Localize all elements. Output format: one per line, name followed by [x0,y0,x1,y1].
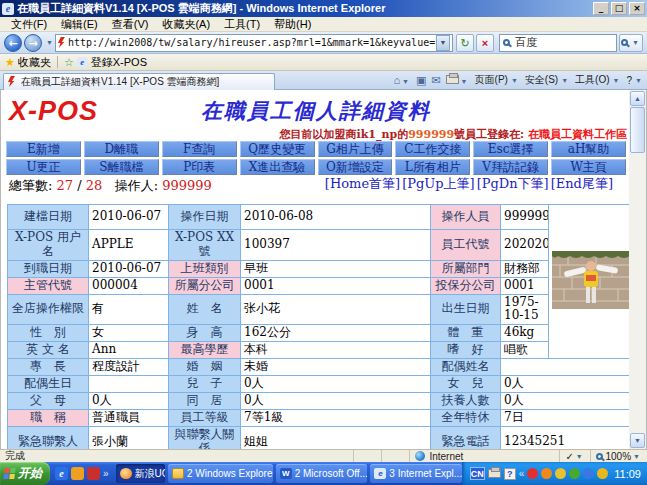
printer-tray-icon[interactable] [488,469,501,478]
field-label: 配偶姓名 [431,359,501,376]
ie-quicklaunch-icon[interactable]: e [55,467,68,480]
record-nav-link[interactable]: [PgDn下筆] [477,176,549,191]
action-button[interactable]: U更正 [6,159,81,175]
action-button[interactable]: D離職 [84,141,159,157]
action-button[interactable]: S離職檔 [84,159,159,175]
action-button[interactable]: F查詢 [162,141,237,157]
field-label: 員工等級 [169,410,241,427]
qq-quicklaunch-icon[interactable] [71,467,84,480]
command-menu[interactable]: ?▼ [627,75,645,86]
menu-item[interactable]: 帮助(H) [267,17,318,32]
scrollbar-thumb[interactable] [630,107,645,153]
navigation-bar: ← → ▼ http://win2008/tw/salary/hireuser.… [0,32,647,54]
add-favorite-icon[interactable]: ☆ [64,56,74,69]
shield-icon[interactable] [597,468,608,479]
read-mail-icon[interactable]: ✉ [431,74,440,87]
search-go-button[interactable]: ▼ [619,34,643,52]
forward-button[interactable]: → [24,34,42,52]
flower-icon[interactable] [555,468,566,479]
overflow-chevron[interactable]: » [103,468,109,479]
scroll-up-icon[interactable]: ▲ [630,91,645,106]
scroll-down-icon[interactable]: ▼ [630,433,645,448]
language-indicator[interactable]: CN [470,467,485,480]
field-value: 999999 [501,205,549,230]
search-dropdown-icon[interactable]: ▼ [632,39,639,46]
field-label: 性 別 [8,325,89,342]
action-button[interactable]: Esc選擇 [473,141,548,157]
field-label: 主管代號 [8,277,89,294]
refresh-button[interactable]: ↻ [456,34,474,52]
favorite-link[interactable]: 登錄X-POS [91,55,147,70]
field-value: 財務部 [501,260,549,277]
qq-orange-icon[interactable] [541,468,552,479]
qq-penguin-icon[interactable] [527,468,538,479]
close-button[interactable]: × [629,2,645,15]
field-label: 緊急聯繫人 [8,427,89,449]
action-button[interactable]: X進出查驗 [240,159,315,175]
ie-task-icon: e [374,468,386,479]
back-button[interactable]: ← [4,34,22,52]
menu-item[interactable]: 文件(F) [4,17,54,32]
blue-app-icon[interactable] [583,468,594,479]
action-button[interactable]: V拜訪記錄 [473,159,548,175]
url-text[interactable]: http://win2008/tw/salary/hireuser.asp?mr… [68,37,436,48]
record-nav-link[interactable]: [PgUp上筆] [402,176,475,191]
zoom-control[interactable]: 100%▼ [590,450,647,462]
action-button[interactable]: O新增設定 [318,159,393,175]
home-icon[interactable]: ⌂▼ [393,74,411,86]
minimize-button[interactable]: _ [593,2,609,15]
history-dropdown-icon[interactable]: ▼ [46,39,53,46]
action-button[interactable]: W主頁 [551,159,626,175]
tab-active[interactable]: 在職員工詳細資料V1.14 [X-POS 雲端商務網] [3,73,275,90]
action-button[interactable]: aH幫助 [551,141,626,157]
action-button[interactable]: P印表 [162,159,237,175]
help-tray-icon[interactable]: ? [504,468,516,480]
vertical-scrollbar[interactable]: ▲ ▼ [629,90,646,449]
collapse-chevron-icon[interactable]: « [519,468,525,479]
field-label: 所屬分公司 [169,277,241,294]
menu-item[interactable]: 工具(T) [217,17,267,32]
restore-button[interactable]: □ [611,2,627,15]
field-value: 12345251 [501,427,632,449]
action-button[interactable]: C工作交接 [395,141,470,157]
field-value: 202020 [501,230,549,261]
action-button[interactable]: L所有相片 [395,159,470,175]
taskbar-task[interactable]: W2 Microsoft Off...▼ [276,464,368,483]
taskbar-task[interactable]: 2 Windows Explorer▼ [168,464,273,483]
menu-item[interactable]: 编辑(E) [54,17,105,32]
protected-mode-panel[interactable]: ✓▼ [559,450,589,462]
record-nav-link[interactable]: [End尾筆] [551,176,613,191]
search-text[interactable]: 百度 [515,35,537,50]
field-value: 有 [89,294,169,325]
word-task-icon: W [280,468,292,479]
record-nav-link[interactable]: [Home首筆] [325,176,400,191]
stop-button[interactable]: × [476,34,494,52]
field-value: 0人 [501,393,632,410]
menu-item[interactable]: 收藏夹(A) [155,17,217,32]
clock[interactable]: 11:09 [614,468,641,480]
search-input[interactable]: 百度 [499,34,617,52]
command-menu[interactable]: 页面(P)▼ [475,73,520,87]
taskbar-task[interactable]: 新浪UC [116,464,165,483]
command-menu[interactable]: 工具(O)▼ [575,73,621,87]
taskbar-task[interactable]: e3 Internet Expl...▼ [370,464,461,483]
action-button[interactable]: E新增 [6,141,81,157]
field-label: 上班類別 [169,260,241,277]
chevron-down-icon: ▼ [613,77,620,84]
action-button[interactable]: G相片上傳 [318,141,393,157]
field-label: 操作人員 [431,205,501,230]
field-label: 同 居 [169,393,241,410]
command-menu[interactable]: 安全(S)▼ [525,73,570,87]
penguin-quicklaunch-icon[interactable] [87,467,100,480]
field-value [501,359,632,376]
favorites-label[interactable]: 收藏夹 [18,55,51,70]
action-button[interactable]: Q歷史變更 [240,141,315,157]
address-dropdown-icon[interactable]: ▼ [436,35,450,51]
divider [57,56,58,68]
green-app-icon[interactable] [569,468,580,479]
start-button[interactable]: 开始 [0,462,50,485]
menu-item[interactable]: 查看(V) [105,17,156,32]
feeds-icon[interactable]: ▣ [416,74,426,87]
address-bar[interactable]: http://win2008/tw/salary/hireuser.asp?mr… [55,34,453,52]
print-icon[interactable]: ▼ [446,74,470,86]
